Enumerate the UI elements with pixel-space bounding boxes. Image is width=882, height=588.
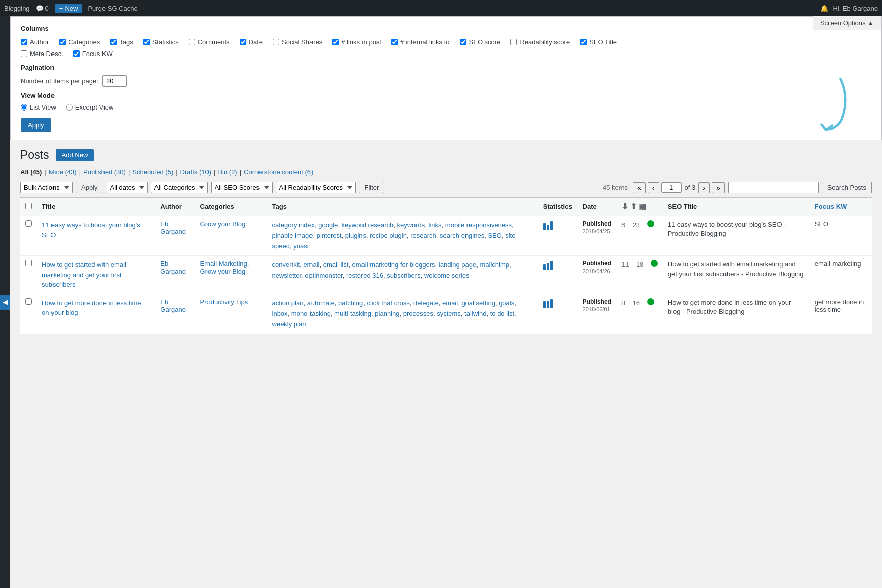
tag-link-0-14[interactable]: yoast [293, 242, 309, 250]
tag-link-0-2[interactable]: keyword research [342, 221, 394, 229]
items-per-page-input[interactable] [102, 75, 127, 87]
post-title-link-2[interactable]: How to get more done in less time on you… [42, 299, 141, 317]
col-links-in-post-checkbox[interactable] [332, 39, 339, 45]
select-all-checkbox[interactable] [25, 203, 32, 209]
col-categories-label[interactable]: Categories [59, 38, 100, 46]
col-statistics-label[interactable]: Statistics [143, 38, 179, 46]
tag-link-1-3[interactable]: email marketing for bloggers [352, 261, 435, 269]
screen-options-button[interactable]: Screen Options ▲ [813, 16, 881, 30]
cat-link-1-0[interactable]: Email Marketing [200, 260, 247, 268]
filter-cornerstone[interactable]: Cornerstone content (6) [244, 168, 313, 176]
tag-link-0-0[interactable]: category index [272, 221, 315, 229]
tag-link-2-10[interactable]: multi-tasking [334, 310, 371, 317]
col-seo-title-checkbox[interactable] [580, 39, 587, 45]
readability-scores-dropdown[interactable]: All Readability Scores [276, 182, 356, 193]
filter-mine[interactable]: Mine (43) [49, 168, 77, 176]
tag-link-1-8[interactable]: restored 316 [346, 272, 383, 279]
new-button[interactable]: + New [55, 4, 82, 13]
add-new-button[interactable]: Add New [56, 149, 94, 161]
row-checkbox-2[interactable] [25, 298, 32, 305]
post-title-link-1[interactable]: How to get started with email marketing … [42, 261, 126, 288]
tag-link-0-9[interactable]: recipe plugin [370, 232, 407, 239]
col-social-shares-label[interactable]: Social Shares [273, 38, 322, 46]
upload-icon[interactable]: ⬆ [630, 202, 637, 211]
tag-link-1-9[interactable]: subscribers [387, 272, 420, 279]
first-page-button[interactable]: « [633, 182, 646, 193]
col-social-shares-checkbox[interactable] [273, 39, 279, 45]
col-author-label[interactable]: Author [21, 38, 49, 46]
col-internal-links-label[interactable]: # internal links to [391, 38, 450, 46]
col-focus-kw-checkbox[interactable] [73, 50, 80, 57]
list-view-radio[interactable] [21, 104, 27, 111]
tag-link-0-3[interactable]: keywords [397, 221, 425, 229]
tag-link-2-4[interactable]: delegate [413, 299, 439, 307]
tag-link-2-0[interactable]: action plan [272, 299, 304, 307]
search-posts-button[interactable]: Search Posts [822, 182, 872, 193]
tag-link-2-6[interactable]: goal setting [461, 299, 495, 307]
tag-link-2-3[interactable]: click that cross [367, 299, 409, 307]
col-date-checkbox[interactable] [240, 39, 246, 45]
list-view-label[interactable]: List View [21, 103, 56, 111]
tag-link-1-6[interactable]: newsletter [272, 272, 302, 279]
tag-link-2-9[interactable]: mono-tasking [291, 310, 331, 317]
cat-link-1-1[interactable]: Grow your Blog [200, 268, 246, 275]
tag-link-2-14[interactable]: tailwind [464, 310, 486, 317]
tag-link-0-6[interactable]: pinable image [272, 232, 313, 239]
bulk-apply-button[interactable]: Apply [76, 182, 103, 193]
col-meta-desc-label[interactable]: Meta Desc. [21, 50, 63, 58]
col-readability-label[interactable]: Readability score [510, 38, 570, 46]
col-meta-desc-checkbox[interactable] [21, 50, 27, 57]
tag-link-2-12[interactable]: processes [403, 310, 433, 317]
tag-link-1-4[interactable]: landing page [439, 261, 476, 269]
col-seo-title-label[interactable]: SEO Title [580, 38, 617, 46]
tag-link-1-5[interactable]: mailchimp [480, 261, 509, 269]
author-link-1[interactable]: Eb Gargano [160, 260, 186, 275]
filter-button[interactable]: Filter [359, 182, 385, 193]
col-internal-links-checkbox[interactable] [391, 39, 398, 45]
bulk-actions-dropdown[interactable]: Bulk Actions [20, 182, 73, 193]
tag-link-2-5[interactable]: email [442, 299, 458, 307]
tag-link-2-7[interactable]: goals [499, 299, 514, 307]
seo-scores-dropdown[interactable]: All SEO Scores [211, 182, 273, 193]
prev-page-button[interactable]: ‹ [648, 182, 659, 193]
tag-link-0-7[interactable]: pinterest [317, 232, 342, 239]
tag-link-2-1[interactable]: automate [307, 299, 335, 307]
categories-dropdown[interactable]: All Categories [151, 182, 208, 193]
cat-link-2-0[interactable]: Productivity Tips [200, 298, 248, 306]
filter-all[interactable]: All (45) [20, 168, 42, 176]
col-author-checkbox[interactable] [21, 39, 27, 45]
post-title-link-0[interactable]: 11 easy ways to boost your blog's SEO [42, 221, 140, 239]
search-posts-input[interactable] [728, 182, 819, 193]
tag-link-0-11[interactable]: search engines [440, 232, 484, 239]
tag-link-0-10[interactable]: research [410, 232, 436, 239]
screen-options-apply-button[interactable]: Apply [21, 118, 51, 132]
col-links-in-post-label[interactable]: # links in post [332, 38, 381, 46]
col-comments-label[interactable]: Comments [189, 38, 230, 46]
comments-button[interactable]: 💬 0 [36, 5, 49, 12]
col-tags-label[interactable]: Tags [110, 38, 133, 46]
col-comments-checkbox[interactable] [189, 39, 195, 45]
excerpt-view-label[interactable]: Excerpt View [66, 103, 114, 111]
filter-published[interactable]: Published (30) [83, 168, 126, 176]
excerpt-view-radio[interactable] [66, 104, 73, 111]
tag-link-1-7[interactable]: optinmonster [305, 272, 342, 279]
author-link-2[interactable]: Eb Gargano [160, 298, 186, 313]
tag-link-2-13[interactable]: systems [437, 310, 461, 317]
cat-link-0-0[interactable]: Grow your Blog [200, 220, 246, 228]
tag-link-1-2[interactable]: email list [323, 261, 349, 269]
col-date-label[interactable]: Date [240, 38, 263, 46]
author-link-0[interactable]: Eb Gargano [160, 220, 186, 235]
grid-icon[interactable]: ▦ [639, 202, 646, 211]
col-tags-checkbox[interactable] [110, 39, 117, 45]
tag-link-0-1[interactable]: google [318, 221, 338, 229]
tag-link-2-2[interactable]: batching [338, 299, 363, 307]
col-seo-score-label[interactable]: SEO score [460, 38, 501, 46]
tag-link-2-15[interactable]: to do list [490, 310, 514, 317]
download-icon[interactable]: ⬇ [621, 202, 628, 211]
col-categories-checkbox[interactable] [59, 39, 66, 45]
tag-link-1-1[interactable]: email [303, 261, 319, 269]
filter-drafts[interactable]: Drafts (10) [180, 168, 211, 176]
purge-cache-button[interactable]: Purge SG Cache [88, 5, 137, 12]
col-seo-score-checkbox[interactable] [460, 39, 466, 45]
current-page-input[interactable] [661, 182, 682, 193]
